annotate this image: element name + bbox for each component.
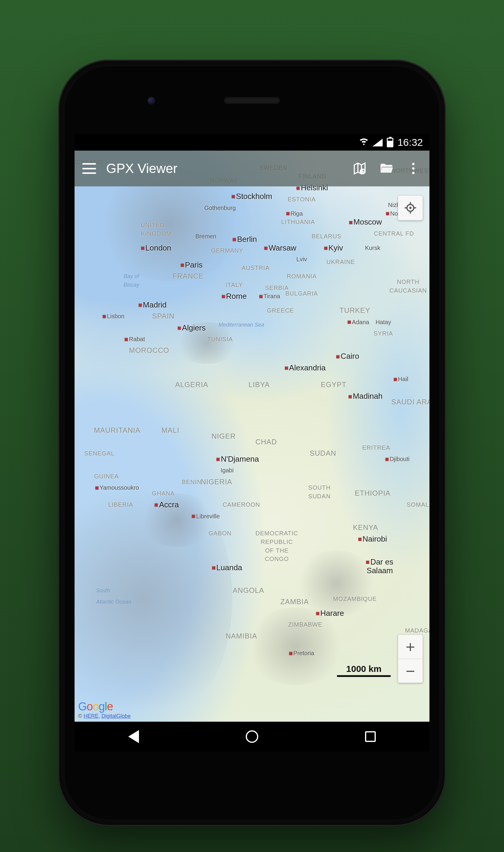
city-marker-icon xyxy=(233,238,236,241)
nav-home-button[interactable] xyxy=(244,728,260,745)
city-label: Hail xyxy=(394,376,408,383)
signal-icon xyxy=(373,139,383,146)
city-marker-icon xyxy=(155,504,158,507)
map-style-button[interactable] xyxy=(351,160,368,177)
country-label-label: NIGER xyxy=(212,432,236,440)
city-label-label: Warsaw xyxy=(269,243,296,252)
country-label-label: GABON xyxy=(209,530,231,537)
attribution-link-here[interactable]: HERE xyxy=(84,713,98,719)
country-label: UKRAINE xyxy=(327,258,355,266)
city-label-label: Madinah xyxy=(353,392,383,400)
scale-bar xyxy=(337,675,391,677)
city-label-label: Hatay xyxy=(376,319,391,325)
attribution-link-digitalglobe[interactable]: DigitalGlobe xyxy=(102,713,131,719)
city-marker-icon xyxy=(178,327,181,329)
city-label: Algiers xyxy=(178,323,205,332)
city-label-label: Accra xyxy=(159,500,179,509)
map-area[interactable]: ICELANDSWEDENFINLANDNORWAYNORTHWESTUNITE… xyxy=(75,150,429,722)
country-label-label: SUDAN xyxy=(309,449,336,457)
country-label-label: MOZAMBIQUE xyxy=(333,596,377,602)
city-marker-icon xyxy=(222,295,225,298)
nav-recent-button[interactable] xyxy=(362,728,378,745)
country-label: ETHIOPIA xyxy=(355,489,391,497)
city-marker-icon xyxy=(125,338,128,341)
country-label: CENTRAL FD xyxy=(374,230,414,237)
phone-frame: 16:32 ICELANDSWEDENFINLANDNORWAYNORTHWES… xyxy=(58,60,446,826)
zoom-out-button[interactable]: − xyxy=(398,659,422,683)
city-label-label: Dar es xyxy=(371,557,393,566)
country-label: GREECE xyxy=(267,307,294,314)
country-label-label: ZAMBIA xyxy=(280,598,309,606)
country-label-label: SOMALI xyxy=(407,501,429,508)
country-label-label: BENIN xyxy=(182,478,202,485)
sea-label: Mediterranean Sea xyxy=(219,322,264,328)
city-label-label: Riga xyxy=(290,210,303,217)
country-label-label: FRANCE xyxy=(173,272,204,280)
city-marker-icon xyxy=(181,264,184,267)
sea-label: South xyxy=(96,587,110,594)
zoom-in-button[interactable]: + xyxy=(398,635,422,659)
city-marker-icon xyxy=(394,378,397,381)
country-label-label: NORTH xyxy=(397,278,419,285)
city-label: Alexandria xyxy=(285,363,326,372)
sea-label-label: South xyxy=(96,587,110,593)
sea-label-label: Bay of xyxy=(124,273,139,279)
country-label: BULGARIA xyxy=(285,290,318,297)
city-label: Harare xyxy=(316,609,344,618)
country-label-label: CAUCASIAN xyxy=(390,287,427,294)
city-marker-icon xyxy=(141,247,144,250)
city-label: Warsaw xyxy=(265,243,296,252)
country-label-label: SYRIA xyxy=(374,330,393,337)
city-marker-icon xyxy=(192,515,195,518)
city-label: Accra xyxy=(155,500,179,509)
city-label-label: Igabi xyxy=(221,467,234,474)
country-label: NIGERIA xyxy=(201,478,232,486)
city-marker-icon xyxy=(316,612,319,615)
city-label-label: Nairobi xyxy=(362,534,387,543)
country-label: CHAD xyxy=(256,438,277,446)
country-label-label: LIBERIA xyxy=(108,501,133,508)
hamburger-icon[interactable] xyxy=(82,163,96,174)
city-marker-icon xyxy=(265,247,268,250)
city-label: Stockholm xyxy=(232,192,272,201)
city-label-label: Lisbon xyxy=(107,313,124,320)
city-marker-icon xyxy=(348,321,351,324)
city-label-label: Luanda xyxy=(216,563,242,572)
open-file-button[interactable] xyxy=(378,160,395,177)
city-marker-icon xyxy=(366,561,369,564)
city-label-label: Paris xyxy=(185,260,202,269)
country-label-label: CENTRAL FD xyxy=(374,230,414,236)
city-marker-icon xyxy=(349,221,352,224)
earpiece xyxy=(224,97,280,104)
city-label: Madinah xyxy=(349,392,383,401)
country-label: GERMANY xyxy=(211,247,244,254)
country-label: UNITED xyxy=(141,221,165,228)
country-label: MOROCCO xyxy=(129,346,169,355)
google-logo: Google xyxy=(78,700,131,713)
country-label-label: TURKEY xyxy=(339,306,370,314)
country-label: SAUDI ARA xyxy=(391,398,429,406)
android-nav-bar xyxy=(75,722,429,751)
overflow-menu-button[interactable] xyxy=(405,160,422,177)
country-label: SOMALI xyxy=(407,501,429,508)
city-label: Riga xyxy=(286,210,303,217)
city-label-label: Adana xyxy=(352,319,369,325)
city-marker-icon xyxy=(289,652,292,655)
country-label-label: MOROCCO xyxy=(129,346,169,354)
city-label-label: Lviv xyxy=(296,256,307,262)
my-location-button[interactable] xyxy=(398,195,423,220)
city-label-label: Algiers xyxy=(182,323,205,332)
city-label: N'Djamena xyxy=(217,454,259,464)
country-label: MALI xyxy=(161,426,179,435)
country-label: ZAMBIA xyxy=(280,598,309,606)
city-label-label: Rome xyxy=(226,292,247,301)
country-label-label: MALI xyxy=(161,426,179,434)
country-label: ALGERIA xyxy=(175,381,208,389)
city-marker-icon xyxy=(349,395,352,398)
city-marker-icon xyxy=(386,212,389,215)
country-label: SOUTH xyxy=(308,484,331,491)
scale-label: 1000 km xyxy=(346,664,381,674)
city-label-label: Cairo xyxy=(341,351,359,361)
nav-back-button[interactable] xyxy=(126,728,142,745)
country-label: SENEGAL xyxy=(85,450,114,457)
